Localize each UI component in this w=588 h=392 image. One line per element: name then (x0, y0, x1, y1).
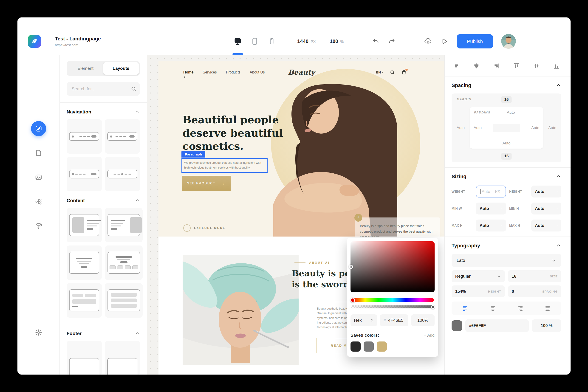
layout-item-footer-2[interactable] (105, 341, 140, 374)
padding-top-input[interactable]: Auto (507, 110, 515, 115)
typography-section-header[interactable]: Typography (452, 243, 561, 249)
text-align-center-button[interactable] (490, 305, 496, 312)
hex-value-input[interactable]: # 4F46E5 (380, 314, 408, 326)
align-left-button[interactable] (453, 62, 460, 69)
redo-button[interactable] (387, 36, 397, 46)
line-height-input[interactable]: 154% HEIGHT (452, 286, 505, 298)
opacity-input[interactable]: 100% (411, 314, 434, 326)
layout-item-navbar-3[interactable] (66, 157, 102, 191)
add-color-button[interactable]: + Add (424, 333, 434, 338)
align-bottom-button[interactable] (553, 62, 560, 69)
padding-bottom-input[interactable]: Auto (502, 141, 510, 146)
site-brand[interactable]: Beauty (288, 68, 315, 76)
site-nav-services[interactable]: Services (202, 70, 216, 74)
rail-edit-button[interactable] (31, 121, 46, 136)
design-canvas[interactable]: Home Services Products About Us Beauty E… (147, 55, 444, 374)
app-logo[interactable] (28, 35, 41, 48)
layout-item-features[interactable] (105, 246, 143, 280)
text-color-swatch[interactable] (452, 320, 462, 331)
align-center-horizontal-button[interactable] (473, 62, 480, 69)
zoom-level[interactable]: 100 % (330, 38, 344, 44)
align-top-button[interactable] (513, 62, 520, 69)
preview-button[interactable] (439, 36, 449, 46)
publish-button[interactable]: Publish (457, 34, 493, 48)
rail-settings-button[interactable] (31, 325, 46, 340)
width-input[interactable]: Auto PX (476, 186, 506, 198)
hue-slider[interactable] (351, 298, 434, 302)
hero-section[interactable]: Home Services Products About Us Beauty E… (158, 61, 444, 236)
padding-right-input[interactable]: Auto (531, 126, 539, 130)
text-color-hex-input[interactable]: #6F6F6F (465, 320, 529, 332)
site-nav-home[interactable]: Home (183, 70, 194, 74)
undo-button[interactable] (371, 36, 381, 46)
font-weight-select[interactable]: Regular (452, 270, 505, 282)
padding-left-input[interactable]: Auto (474, 126, 482, 130)
layout-item-navbar-4[interactable] (105, 157, 140, 191)
viewport-width[interactable]: 1440 PX (297, 38, 316, 44)
site-search-icon[interactable] (390, 70, 395, 75)
selected-paragraph[interactable]: We provide cosmetic product that use nat… (182, 158, 268, 173)
saturation-handle[interactable] (349, 265, 353, 269)
spacing-section-header[interactable]: Spacing (452, 82, 561, 88)
margin-bottom-input[interactable]: 16 (502, 153, 512, 160)
avatar[interactable] (501, 34, 516, 49)
section-content[interactable]: Content (66, 198, 140, 203)
layout-item-media-left[interactable] (66, 208, 102, 242)
margin-right-input[interactable]: Auto (548, 126, 556, 130)
align-middle-vertical-button[interactable] (533, 62, 540, 69)
device-mobile-button[interactable] (266, 36, 277, 47)
layout-item-list[interactable] (105, 283, 143, 318)
section-footer[interactable]: Footer (66, 331, 140, 336)
text-align-right-button[interactable] (517, 305, 524, 312)
hero-headline[interactable]: Beautiful people deserve beautiful cosme… (182, 113, 283, 153)
hero-quote-card[interactable]: ❝ Beauty is a spa and beauty place that … (355, 218, 440, 236)
saved-swatch-1[interactable] (350, 342, 360, 352)
rail-theme-button[interactable] (31, 218, 46, 234)
font-size-input[interactable]: 16 SIZE (508, 270, 561, 282)
min-height-input[interactable]: Auto- (531, 202, 561, 214)
site-nav-about[interactable]: About Us (250, 70, 265, 74)
alpha-handle[interactable] (431, 305, 435, 309)
layout-item-navbar-1[interactable] (66, 119, 102, 154)
site-cart-button[interactable] (401, 70, 406, 75)
sizing-section-header[interactable]: Sizing (452, 174, 561, 180)
cloud-sync-button[interactable] (423, 36, 433, 46)
saved-swatch-3[interactable] (377, 342, 387, 352)
rail-assets-button[interactable] (31, 170, 46, 185)
device-desktop-button[interactable] (232, 36, 243, 47)
alpha-slider[interactable] (351, 306, 434, 308)
saved-swatch-2[interactable] (364, 342, 374, 352)
margin-top-input[interactable]: 16 (502, 96, 512, 103)
search-input[interactable] (72, 86, 128, 92)
rail-structure-button[interactable] (31, 194, 46, 209)
site-language-selector[interactable]: EN ▾ (376, 70, 383, 74)
about-body[interactable]: Beauty aesthetic beauty "Natural Ingredi… (317, 306, 348, 330)
spacing-center-input[interactable] (493, 124, 520, 132)
font-family-select[interactable]: Lato (452, 254, 561, 267)
margin-left-input[interactable]: Auto (456, 126, 465, 130)
explore-more-link[interactable]: ↓ EXPLORE MORE (183, 224, 226, 232)
layout-item-text-center[interactable] (66, 246, 102, 280)
max-height-input-1[interactable]: Auto- (476, 220, 506, 232)
hue-handle[interactable] (350, 298, 355, 302)
color-mode-select[interactable]: Hex (350, 314, 377, 326)
tab-layouts[interactable]: Layouts (103, 62, 139, 75)
see-product-button[interactable]: SEE PRODUCT → (182, 176, 230, 191)
height-input[interactable]: Auto- (531, 186, 561, 198)
saturation-area[interactable] (350, 241, 434, 292)
text-align-justify-button[interactable] (544, 305, 551, 312)
section-navigation[interactable]: Navigation (66, 109, 140, 114)
tab-element[interactable]: Element (68, 62, 103, 75)
letter-spacing-input[interactable]: 0 SPACING (508, 286, 561, 298)
layout-item-navbar-2[interactable] (105, 119, 140, 154)
search-box[interactable] (66, 82, 140, 96)
rail-pages-button[interactable] (31, 145, 46, 160)
text-color-opacity-input[interactable]: 100 % (532, 320, 561, 332)
max-height-input-2[interactable]: Auto- (531, 220, 561, 232)
site-nav-products[interactable]: Products (226, 70, 240, 74)
device-tablet-button[interactable] (249, 36, 260, 47)
text-align-left-button[interactable] (462, 305, 468, 312)
min-width-input[interactable]: Auto- (476, 202, 506, 214)
layout-item-media-right[interactable] (105, 208, 143, 242)
layout-item-footer-1[interactable] (66, 341, 102, 374)
